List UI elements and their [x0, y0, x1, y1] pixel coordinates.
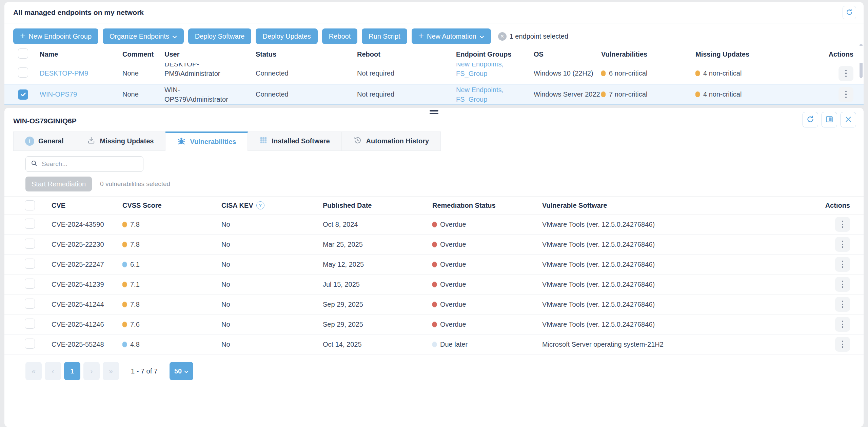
vulnerability-row[interactable]: CVE-2025-41239 7.1 No Jul 15, 2025 Overd…	[4, 274, 864, 294]
row-actions-button[interactable]	[839, 87, 853, 102]
help-icon[interactable]: ?	[256, 201, 264, 209]
history-icon	[353, 136, 362, 146]
vulnerable-software-cell: VMware Tools (ver. 12.5.0.24276846)	[542, 221, 823, 228]
last-page-button[interactable]: »	[103, 362, 119, 380]
vulnerability-row[interactable]: CVE-2025-22247 6.1 No May 12, 2025 Overd…	[4, 255, 864, 274]
toolbar-button[interactable]: Reboot	[322, 28, 358, 44]
endpoint-groups-link[interactable]: New Endpoints, FS_Group	[456, 85, 534, 104]
row-actions-button[interactable]	[835, 317, 850, 332]
endpoint-groups-link[interactable]: New Endpoints, FS_Group	[456, 63, 534, 78]
select-all-vulns-checkbox[interactable]	[25, 200, 35, 210]
endpoint-row[interactable]: WIN-OPS79 None WIN-OPS79\Administrator C…	[4, 84, 864, 105]
severity-dot	[122, 342, 127, 347]
toolbar-button[interactable]: Deploy Updates	[256, 28, 317, 44]
chevron-down-icon	[479, 33, 484, 40]
cisa-kev-cell: No	[221, 301, 323, 308]
toolbar-button[interactable]: + New Automation	[412, 28, 491, 44]
vulnerability-row[interactable]: CVE-2024-43590 7.8 No Oct 8, 2024 Overdu…	[4, 215, 864, 235]
page-title: All managed endpoints on my network	[13, 8, 144, 17]
row-checkbox[interactable]	[25, 319, 35, 329]
col-missing-updates: Missing Updates	[695, 50, 826, 58]
cisa-kev-cell: No	[221, 341, 323, 348]
tab-installed-software[interactable]: Installed Software	[248, 131, 341, 151]
row-checkbox[interactable]	[25, 239, 35, 249]
tab-label: Automation History	[366, 137, 429, 145]
cve-cell: CVE-2025-55248	[52, 341, 122, 348]
col-cvss-score: CVSS Score	[122, 202, 221, 209]
tab-automation-history[interactable]: Automation History	[342, 131, 441, 151]
row-checkbox[interactable]	[25, 259, 35, 269]
row-checkbox[interactable]	[25, 219, 35, 229]
cve-cell: CVE-2025-41239	[52, 281, 122, 288]
vulnerable-software-cell: VMware Tools (ver. 12.5.0.24276846)	[542, 321, 823, 328]
expand-panel-button[interactable]	[822, 112, 837, 127]
vulnerability-row[interactable]: CVE-2025-22230 7.8 No Mar 25, 2025 Overd…	[4, 235, 864, 255]
missing-updates-cell: 4 non-critical	[703, 90, 742, 98]
cvss-score-cell: 7.8	[130, 221, 140, 228]
search-input[interactable]	[41, 160, 138, 168]
row-actions-button[interactable]	[835, 337, 850, 352]
row-checkbox[interactable]	[25, 279, 35, 289]
toolbar-button[interactable]: Run Script	[362, 28, 407, 44]
selection-note: ✕ 1 endpoint selected	[498, 32, 568, 41]
status-dot	[432, 302, 437, 307]
severity-dot	[122, 262, 127, 267]
prev-page-button[interactable]: ‹	[45, 362, 61, 380]
remediation-status-cell: Overdue	[440, 261, 466, 268]
comment-cell: None	[122, 90, 164, 98]
toolbar-button[interactable]: Organize Endpoints	[103, 28, 184, 44]
published-date-cell: Jul 15, 2025	[323, 281, 432, 288]
severity-dot	[695, 70, 700, 76]
pagination-range: 1 - 7 of 7	[131, 367, 158, 375]
page-size-select[interactable]: 50	[170, 362, 193, 380]
tab-vulnerabilities[interactable]: Vulnerabilities	[165, 131, 248, 151]
toolbar-button[interactable]: Deploy Software	[188, 28, 252, 44]
page-1-button[interactable]: 1	[64, 362, 80, 380]
row-actions-button[interactable]	[835, 237, 850, 252]
severity-dot	[122, 302, 127, 307]
first-page-button[interactable]: «	[25, 362, 42, 380]
row-actions-button[interactable]	[835, 277, 850, 292]
vulnerabilities-table: CVE CVSS Score CISA KEV ? Published Date…	[4, 196, 864, 354]
status-dot	[432, 342, 437, 347]
tab-missing-updates[interactable]: Missing Updates	[75, 131, 165, 151]
refresh-detail-button[interactable]	[803, 112, 818, 127]
cisa-kev-cell: No	[221, 241, 323, 248]
vulnerability-row[interactable]: CVE-2025-41246 7.6 No Sep 29, 2025 Overd…	[4, 314, 864, 334]
row-actions-button[interactable]	[835, 297, 850, 312]
tab-general[interactable]: i General	[13, 131, 75, 151]
row-checkbox[interactable]	[25, 299, 35, 309]
row-actions-button[interactable]	[835, 257, 850, 272]
close-panel-button[interactable]	[841, 112, 856, 127]
endpoint-name-link[interactable]: DESKTOP-PM9	[40, 69, 88, 77]
row-checkbox[interactable]	[18, 67, 28, 78]
tab-label: General	[38, 137, 63, 145]
start-remediation-button[interactable]: Start Remediation	[25, 177, 92, 191]
row-checkbox[interactable]	[18, 89, 28, 100]
vulnerability-row[interactable]: CVE-2025-41244 7.8 No Sep 29, 2025 Overd…	[4, 294, 864, 314]
reboot-cell: Not required	[357, 90, 456, 98]
vulnerability-row[interactable]: CVE-2025-55248 4.8 No Oct 14, 2025 Due l…	[4, 334, 864, 354]
cve-cell: CVE-2025-41244	[52, 301, 122, 308]
published-date-cell: Sep 29, 2025	[323, 321, 432, 328]
clear-selection-icon[interactable]: ✕	[498, 32, 507, 41]
endpoint-detail-panel: WIN-OS79GINIQ6P	[4, 108, 864, 427]
selection-note-label: 1 endpoint selected	[510, 33, 568, 40]
refresh-endpoints-button[interactable]	[843, 6, 856, 19]
severity-dot	[601, 92, 606, 97]
row-checkbox[interactable]	[25, 339, 35, 349]
panel-drag-handle-icon[interactable]	[430, 110, 438, 115]
row-actions-button[interactable]	[839, 66, 853, 81]
toolbar-button[interactable]: + New Endpoint Group	[13, 28, 98, 44]
select-all-checkbox[interactable]	[18, 48, 28, 59]
next-page-button[interactable]: ›	[83, 362, 100, 380]
col-reboot: Reboot	[357, 50, 456, 58]
detail-header-actions	[803, 112, 856, 127]
vulnerable-software-cell: VMware Tools (ver. 12.5.0.24276846)	[542, 301, 823, 308]
row-actions-button[interactable]	[835, 217, 850, 232]
vuln-table-body: CVE-2024-43590 7.8 No Oct 8, 2024 Overdu…	[4, 215, 864, 354]
endpoint-row[interactable]: DESKTOP-PM9 None DESKTOP-PM9\Administrat…	[4, 63, 864, 84]
os-cell: Windows Server 2022	[534, 90, 601, 98]
endpoint-name-link[interactable]: WIN-OPS79	[40, 90, 77, 98]
vuln-search-row	[25, 156, 864, 172]
